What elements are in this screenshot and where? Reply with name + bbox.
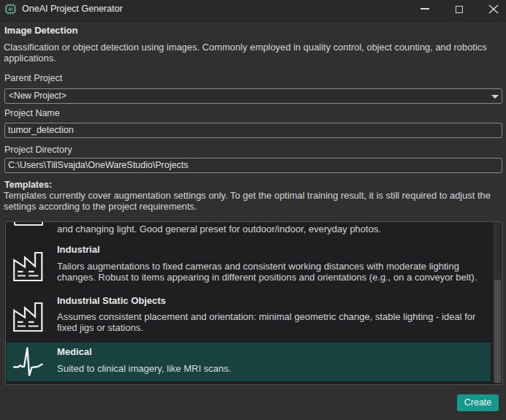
- svg-text:AI: AI: [8, 7, 13, 12]
